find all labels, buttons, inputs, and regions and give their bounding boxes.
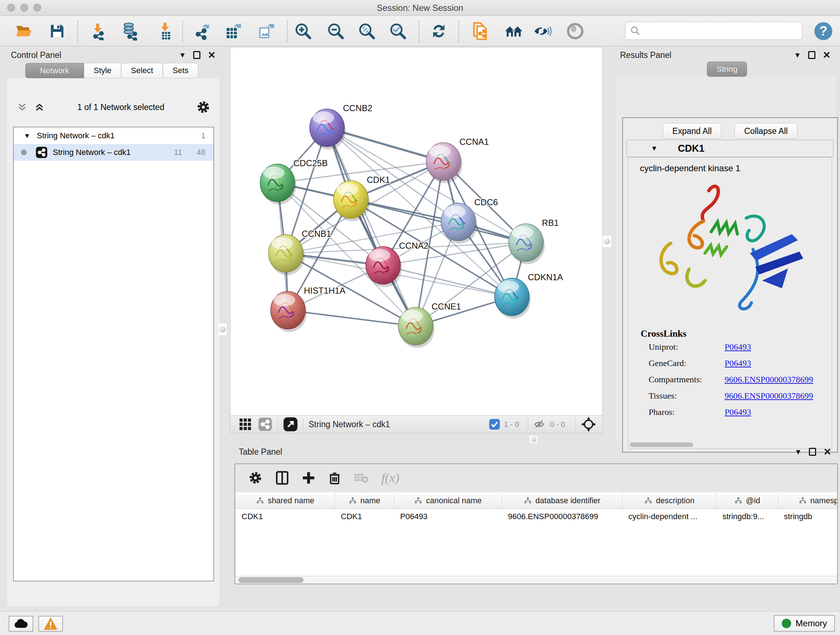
control-panel-float-icon[interactable] (193, 51, 201, 59)
import-network-button[interactable] (88, 21, 108, 41)
table-row[interactable]: CDK1CDK1P064939606.ENSP00000378699cyclin… (236, 509, 837, 524)
table-panel-close-icon[interactable]: ✕ (823, 447, 831, 458)
control-panel-collapse-icon[interactable]: ▼ (179, 51, 186, 59)
network-collection-row[interactable]: ▼ String Network – cdk1 1 (14, 127, 213, 144)
network-node[interactable]: CDC6 (441, 197, 498, 244)
column-header-canonical-name[interactable]: canonical name (394, 492, 502, 509)
right-splitter-handle[interactable] (602, 235, 612, 248)
network-view-canvas[interactable]: CCNB2 CCNA1 CDC25B CDK1 (230, 47, 603, 416)
tab-style[interactable]: Style (84, 63, 121, 78)
table-cell[interactable]: cyclin-dependent ... (622, 512, 717, 521)
minimize-window-icon[interactable] (20, 4, 28, 11)
tree-expander-icon[interactable]: ▼ (24, 132, 30, 140)
node-section-header[interactable]: ▼ CDK1 (627, 140, 834, 157)
results-panel-close-icon[interactable]: ✕ (823, 50, 831, 61)
column-header-namespace[interactable]: namespace (778, 492, 837, 509)
crosslink-link[interactable]: P06493 (725, 342, 751, 352)
crosslink-link[interactable]: P06493 (725, 358, 751, 368)
table-options-gear-icon[interactable] (248, 470, 263, 485)
network-options-gear-icon[interactable] (196, 100, 210, 114)
control-panel-close-icon[interactable]: ✕ (208, 50, 216, 61)
export-network-button[interactable] (193, 21, 213, 41)
column-header-description[interactable]: description (622, 492, 717, 509)
show-columns-icon[interactable] (275, 470, 289, 485)
selected-checkbox-icon[interactable] (489, 418, 500, 430)
memory-button[interactable]: Memory (774, 615, 835, 632)
help-button[interactable]: ? (813, 21, 834, 41)
table-scrollbar-thumb[interactable] (238, 577, 303, 583)
close-window-icon[interactable] (7, 4, 15, 11)
zoom-in-button[interactable] (293, 21, 313, 41)
collapse-all-icon[interactable] (16, 102, 28, 112)
crosslink-link[interactable]: 9606.ENSP00000378699 (725, 391, 813, 401)
create-column-plus-icon[interactable] (302, 471, 316, 485)
table-cell[interactable]: stringdb (778, 512, 837, 521)
network-node[interactable]: CCNA1 (426, 137, 489, 183)
network-node[interactable]: CDKN1A (494, 272, 563, 318)
table-cell[interactable]: CDK1 (236, 512, 335, 521)
table-cell[interactable]: stringdb:9... (717, 512, 778, 521)
table-panel-collapse-icon[interactable]: ▼ (794, 448, 802, 456)
network-node[interactable]: HIST1H1A (271, 286, 346, 332)
string-home-button[interactable] (504, 21, 524, 41)
bottom-splitter-handle[interactable] (529, 435, 538, 443)
collapse-all-button[interactable]: Collapse All (734, 123, 797, 139)
birds-eye-view-icon[interactable] (581, 416, 597, 432)
network-list-view-icon[interactable] (258, 417, 272, 432)
table-panel-float-icon[interactable] (809, 448, 816, 456)
zoom-fit-button[interactable] (357, 21, 377, 41)
search-box[interactable] (625, 22, 802, 40)
network-edge[interactable] (288, 310, 416, 326)
network-node[interactable]: CCNB2 (309, 103, 372, 149)
section-collapse-icon[interactable]: ▼ (651, 144, 658, 152)
network-row-selected[interactable]: String Network – cdk1 11 48 (14, 144, 213, 161)
column-header-shared-name[interactable]: shared name (236, 492, 335, 509)
table-cell[interactable]: 9606.ENSP00000378699 (502, 512, 622, 521)
crosslink-row: Compartments:9606.ENSP00000378699 (649, 375, 832, 385)
tab-select[interactable]: Select (121, 63, 163, 78)
expand-all-icon[interactable] (33, 102, 46, 112)
zoom-window-icon[interactable] (33, 4, 41, 11)
tab-sets[interactable]: Sets (163, 63, 198, 78)
table-horizontal-scrollbar[interactable] (236, 576, 837, 584)
column-header-name[interactable]: name (335, 492, 394, 509)
show-glass-button[interactable] (565, 21, 585, 41)
table-cell[interactable]: CDK1 (335, 512, 394, 521)
left-splitter-handle[interactable] (218, 323, 227, 336)
column-type-icon (414, 497, 422, 505)
table-cell[interactable]: P06493 (394, 512, 502, 521)
node-description: cyclin-dependent kinase 1 (628, 157, 832, 173)
warnings-button[interactable] (38, 616, 63, 632)
tab-string[interactable]: String (707, 62, 747, 77)
grid-view-icon[interactable] (238, 417, 252, 431)
network-node[interactable]: CDC25B (260, 158, 328, 204)
network-node[interactable]: RB1 (508, 218, 559, 264)
export-table-button[interactable] (224, 21, 244, 41)
import-network-from-database-button[interactable] (119, 21, 140, 41)
crosslink-link[interactable]: 9606.ENSP00000378699 (725, 375, 813, 385)
zoom-out-button[interactable] (325, 21, 346, 41)
save-session-button[interactable] (47, 21, 67, 41)
refresh-button[interactable] (429, 21, 449, 41)
column-header--id[interactable]: @id (717, 492, 778, 509)
cloud-status-button[interactable] (9, 616, 33, 632)
crosslink-link[interactable]: P06493 (725, 407, 751, 417)
import-table-button[interactable] (155, 21, 175, 41)
hidden-eye-slash-icon[interactable] (533, 418, 546, 431)
results-panel-float-icon[interactable] (808, 51, 815, 59)
network-edges[interactable] (278, 128, 526, 326)
hide-glass-button[interactable] (532, 21, 553, 41)
results-panel-collapse-icon[interactable]: ▼ (794, 51, 801, 59)
search-input[interactable] (641, 26, 796, 35)
tab-network[interactable]: Network (25, 63, 84, 78)
network-edge[interactable] (327, 128, 416, 326)
network-edge[interactable] (351, 200, 526, 242)
export-image-button[interactable] (256, 21, 276, 41)
expand-all-button[interactable]: Expand All (663, 123, 722, 139)
detach-view-icon[interactable] (283, 417, 298, 432)
column-header-database-identifier[interactable]: database identifier (502, 492, 622, 509)
delete-column-trash-icon[interactable] (328, 471, 341, 485)
clone-network-button[interactable] (470, 21, 491, 41)
zoom-selected-button[interactable] (388, 21, 408, 41)
open-session-button[interactable] (14, 21, 34, 41)
